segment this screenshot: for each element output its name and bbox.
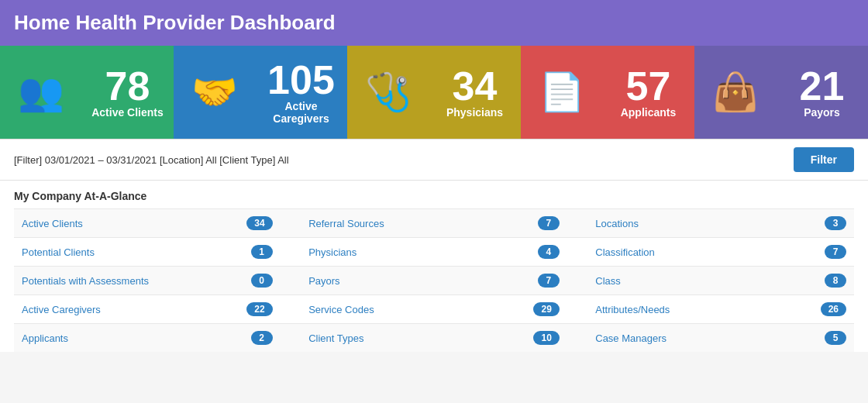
stat-label-payors: Payors — [801, 106, 843, 119]
glance-col2-badge-4: 10 — [506, 324, 567, 353]
glance-col3-label-2[interactable]: Class — [587, 267, 792, 295]
glance-col2-badge-2: 7 — [506, 267, 567, 295]
page-title: Home Health Provider Dashboard — [14, 11, 854, 35]
stat-label-active-clients: Active Clients — [88, 106, 167, 119]
col-divider — [281, 324, 301, 353]
glance-col3-badge-4: 5 — [793, 324, 854, 353]
filter-text: [Filter] 03/01/2021 – 03/31/2021 [Locati… — [14, 154, 289, 166]
stat-icon-payors: 👜 — [694, 46, 776, 139]
stat-label-applicants: Applicants — [618, 106, 680, 119]
glance-col1-label-4[interactable]: Applicants — [14, 324, 219, 353]
glance-col1-badge-2: 0 — [219, 267, 280, 295]
stat-content-active-clients: 78Active Clients — [81, 46, 174, 139]
header: Home Health Provider Dashboard — [0, 0, 868, 46]
col-divider — [567, 324, 587, 353]
glance-col3-label-1[interactable]: Classification — [587, 238, 792, 267]
col-divider — [567, 267, 587, 295]
col-divider — [281, 209, 301, 238]
table-row: Potentials with Assessments0Payors7Class… — [14, 267, 854, 295]
glance-col2-label-0[interactable]: Referral Sources — [301, 209, 505, 238]
col-divider — [567, 295, 587, 324]
stat-content-applicants: 57Applicants — [602, 46, 694, 139]
stat-card-payors[interactable]: 👜21Payors — [694, 46, 868, 139]
table-row: Potential Clients1Physicians4Classificat… — [14, 238, 854, 267]
stats-row: 👥78Active Clients🤝105Active Caregivers🩺3… — [0, 46, 868, 140]
table-row: Active Clients34Referral Sources7Locatio… — [14, 209, 854, 238]
stat-label-physicians: Physicians — [443, 106, 506, 119]
filter-button[interactable]: Filter — [794, 147, 854, 172]
table-row: Applicants2Client Types10Case Managers5 — [14, 324, 854, 353]
glance-col3-label-0[interactable]: Locations — [587, 209, 792, 238]
glance-col2-badge-0: 7 — [506, 209, 567, 238]
glance-col1-badge-1: 1 — [219, 238, 280, 267]
stat-content-payors: 21Payors — [776, 46, 868, 139]
stat-number-payors: 21 — [800, 66, 845, 106]
glance-col2-label-1[interactable]: Physicians — [301, 238, 505, 267]
filter-bar: [Filter] 03/01/2021 – 03/31/2021 [Locati… — [0, 140, 868, 181]
glance-col1-label-3[interactable]: Active Caregivers — [14, 295, 219, 324]
glance-section: My Company At-A-Glance Active Clients34R… — [0, 181, 868, 352]
glance-col3-label-4[interactable]: Case Managers — [587, 324, 792, 353]
col-divider — [281, 295, 301, 324]
glance-col1-label-1[interactable]: Potential Clients — [14, 238, 219, 267]
col-divider — [281, 267, 301, 295]
glance-col1-badge-0: 34 — [219, 209, 280, 238]
stat-content-physicians: 34Physicians — [429, 46, 521, 139]
stat-card-active-clients[interactable]: 👥78Active Clients — [0, 46, 174, 139]
col-divider — [567, 209, 587, 238]
glance-col1-badge-4: 2 — [219, 324, 280, 353]
glance-table: Active Clients34Referral Sources7Locatio… — [14, 208, 854, 352]
stat-label-active-caregivers: Active Caregivers — [255, 100, 347, 125]
glance-col2-label-4[interactable]: Client Types — [301, 324, 505, 353]
glance-col1-label-2[interactable]: Potentials with Assessments — [14, 267, 219, 295]
stat-icon-physicians: 🩺 — [347, 46, 429, 139]
col-divider — [567, 238, 587, 267]
glance-title: My Company At-A-Glance — [14, 190, 854, 202]
glance-col2-badge-1: 4 — [506, 238, 567, 267]
glance-col3-label-3[interactable]: Attributes/Needs — [587, 295, 792, 324]
stat-card-active-caregivers[interactable]: 🤝105Active Caregivers — [174, 46, 347, 139]
stat-card-physicians[interactable]: 🩺34Physicians — [347, 46, 521, 139]
stat-number-physicians: 34 — [453, 66, 498, 106]
glance-col1-badge-3: 22 — [219, 295, 280, 324]
glance-col2-label-3[interactable]: Service Codes — [301, 295, 505, 324]
glance-col3-badge-3: 26 — [793, 295, 854, 324]
stat-number-active-caregivers: 105 — [267, 60, 335, 100]
stat-content-active-caregivers: 105Active Caregivers — [255, 46, 347, 139]
stat-icon-active-caregivers: 🤝 — [174, 46, 255, 139]
stat-number-active-clients: 78 — [105, 66, 150, 106]
glance-col3-badge-2: 8 — [793, 267, 854, 295]
table-row: Active Caregivers22Service Codes29Attrib… — [14, 295, 854, 324]
glance-col3-badge-0: 3 — [793, 209, 854, 238]
glance-col2-badge-3: 29 — [506, 295, 567, 324]
glance-col3-badge-1: 7 — [793, 238, 854, 267]
stat-number-applicants: 57 — [626, 66, 671, 106]
glance-col1-label-0[interactable]: Active Clients — [14, 209, 219, 238]
col-divider — [281, 238, 301, 267]
stat-icon-applicants: 📄 — [521, 46, 602, 139]
glance-col2-label-2[interactable]: Payors — [301, 267, 505, 295]
stat-icon-active-clients: 👥 — [0, 46, 81, 139]
stat-card-applicants[interactable]: 📄57Applicants — [521, 46, 694, 139]
